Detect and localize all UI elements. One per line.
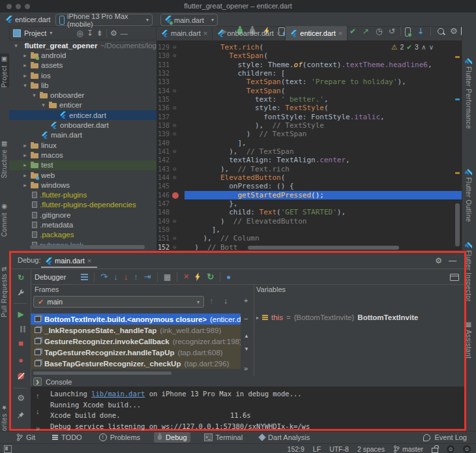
tree-collapse-icon[interactable]: ▸ (22, 52, 28, 59)
console-header[interactable]: ❯ Console (33, 377, 72, 386)
tree-item-.flutter-plugins[interactable]: .flutter-plugins (9, 190, 156, 199)
code-line-145[interactable]: 145 onPressed: () { (156, 182, 462, 190)
code-line-141[interactable]: 141⊖ ), // TextSpan (156, 147, 462, 156)
stack-frame-3[interactable]: TapGestureRecognizer.handleTapUp(tap.dar… (31, 347, 241, 358)
move-up-button[interactable]: ▲ (244, 333, 249, 339)
editor-tab-enticer.dart[interactable]: enticer.dart× (286, 26, 348, 40)
toolbar-item-debug[interactable]: Debug (154, 432, 190, 443)
expand-icon[interactable]: ▸ (256, 315, 259, 321)
collapse-all-button[interactable]: ↧ (87, 29, 93, 38)
code-line-142[interactable]: 142 textAlign: TextAlign.center, (156, 156, 462, 164)
run-config-selector[interactable]: main.dart ▾ (160, 14, 218, 26)
stripe-mark-0[interactable] (455, 56, 460, 58)
tree-item-.gitignore[interactable]: .gitignore (9, 210, 156, 220)
hide-panel-button[interactable]: — (121, 29, 128, 37)
tree-item-onboarder[interactable]: ▾onboarder (9, 90, 156, 100)
tree-collapse-icon[interactable]: ▸ (22, 72, 28, 79)
git-branch-widget[interactable]: master (393, 445, 423, 453)
tree-collapse-icon[interactable]: ▸ (22, 182, 28, 188)
tree-collapse-icon[interactable]: ▸ (22, 62, 28, 68)
line-number[interactable]: 131 (156, 61, 170, 69)
code-line-150[interactable]: 150 ], (156, 226, 462, 234)
tree-item-.packages[interactable]: .packages (9, 230, 156, 240)
line-number[interactable]: 130 (156, 51, 170, 60)
stop-debug-button[interactable]: ■ (16, 338, 25, 348)
tool-window-toggle-icon[interactable] (4, 445, 12, 453)
tree-expand-icon[interactable]: ▾ (31, 92, 37, 98)
drop-frame-button[interactable]: ✕ (183, 272, 189, 281)
code-line-137[interactable]: 137 fontStyle: FontStyle.italic, (156, 113, 462, 121)
line-number[interactable]: 140 (156, 139, 170, 147)
line-number[interactable]: 144 (156, 173, 170, 182)
breadcrumb[interactable]: enticer.dart (5, 14, 50, 25)
tree-item-.metadata[interactable]: .metadata (9, 220, 156, 229)
line-number[interactable]: 149 (156, 217, 170, 226)
tree-item-main.dart[interactable]: main.dart (9, 130, 156, 140)
readonly-lock-icon[interactable] (432, 448, 438, 453)
tree-item-web[interactable]: ▸web (9, 170, 156, 180)
line-separator[interactable]: LF (313, 445, 321, 453)
tab-debugger[interactable]: Debugger (35, 273, 66, 281)
code-line-147[interactable]: 147 }, (156, 199, 462, 208)
code-line-149[interactable]: 149⊖ ) // ElevatedButton (156, 217, 462, 226)
fold-icon[interactable]: ⊖ (173, 165, 176, 173)
thread-selector[interactable]: ✔ main ▾ (33, 296, 204, 308)
sidebar-item-structure[interactable]: Structure▦ (1, 140, 8, 179)
line-number[interactable]: 139 (156, 130, 170, 138)
code-line-136[interactable]: 136⊖ style: TextStyle( (156, 104, 462, 112)
tree-item-macos[interactable]: ▸macos (9, 150, 156, 160)
tree-item-.flutter-plugins-dependencies[interactable]: .flutter-plugins-dependencies (9, 200, 156, 210)
stripe-mark-2[interactable] (455, 172, 460, 174)
devtools-icon[interactable]: ● (226, 272, 231, 282)
code-line-140[interactable]: 140 ], (156, 139, 462, 147)
project-view-title[interactable]: Project (24, 29, 46, 37)
smiley-icon[interactable]: ☺ (447, 445, 454, 453)
toolbar-item-todo[interactable]: TODO (49, 432, 85, 443)
line-number[interactable]: 146 (156, 191, 170, 199)
edit-configuration-button[interactable] (16, 289, 25, 299)
layout-settings-icon[interactable] (450, 274, 459, 281)
tab-close-icon[interactable]: × (276, 29, 280, 37)
tree-item-assets[interactable]: ▸assets (9, 61, 156, 70)
code-line-129[interactable]: 129⊖ Text.rich( (156, 43, 462, 51)
tree-horizontal-scrollbar[interactable] (30, 245, 145, 249)
tree-collapse-icon[interactable]: ▸ (22, 162, 28, 168)
debug-gear-button[interactable]: ⚙ (16, 393, 25, 403)
code-editor[interactable]: ⚠ 2 ✔ 3 ∧ ∨ 129⊖ Text.rich(130⊖ TextSpan… (156, 40, 462, 250)
step-into-button[interactable]: ↓ (113, 272, 118, 282)
step-over-button[interactable]: ↷ (100, 272, 108, 282)
file-encoding[interactable]: UTF-8 (329, 445, 349, 453)
code-line-143[interactable]: 143⊖ ), // Text.rich (156, 165, 462, 173)
scroll-up-button[interactable]: ↑ (36, 392, 40, 400)
code-line-146[interactable]: 146 getStartedPressed(); (156, 191, 462, 199)
code-line-131[interactable]: 131 style: Theme.of(context).textTheme.h… (156, 61, 462, 69)
fold-icon[interactable]: ⊖ (173, 104, 176, 112)
code-line-144[interactable]: 144⊖ ElevatedButton( (156, 173, 462, 182)
pause-button[interactable] (16, 325, 25, 334)
stack-frame-4[interactable]: BaseTapGestureRecognizer._checkUp(tap.da… (31, 358, 241, 369)
chevron-down-icon[interactable]: ▾ (50, 30, 52, 36)
fold-icon[interactable]: ⊖ (173, 173, 176, 182)
tree-collapse-icon[interactable]: ▸ (22, 152, 28, 158)
toolbar-item-terminal[interactable]: >_Terminal (201, 432, 246, 443)
indent-style[interactable]: 2 spaces (357, 445, 385, 453)
code-line-148[interactable]: 148 child: Text('GET STARTED'), (156, 208, 462, 216)
tree-item-enticer[interactable]: ▾enticer (9, 100, 156, 110)
tree-item-lib[interactable]: ▾lib (9, 80, 156, 90)
line-number[interactable]: 148 (156, 208, 170, 216)
tree-collapse-icon[interactable]: ▸ (22, 142, 28, 149)
tree-expand-icon[interactable]: ▾ (40, 102, 46, 108)
fold-icon[interactable]: ⊖ (173, 243, 176, 250)
line-number[interactable]: 141 (156, 147, 170, 156)
console-link[interactable]: lib/main.dart (91, 390, 145, 398)
tree-item-windows[interactable]: ▸windows (9, 180, 156, 190)
tree-item-enticer.dart[interactable]: enticer.dart (9, 110, 156, 120)
step-out-button[interactable]: ↑ (134, 272, 138, 282)
line-number[interactable]: 142 (156, 156, 170, 164)
line-number[interactable]: 145 (156, 182, 170, 190)
line-number[interactable]: 138 (156, 121, 170, 130)
code-line-139[interactable]: 139⊖ ) // TextSpan (156, 130, 462, 138)
tab-close-icon[interactable]: × (338, 29, 342, 37)
sidebar-item-pull-requests[interactable]: Pull Requests⇅ (1, 266, 8, 317)
line-number[interactable]: 151 (156, 234, 170, 242)
